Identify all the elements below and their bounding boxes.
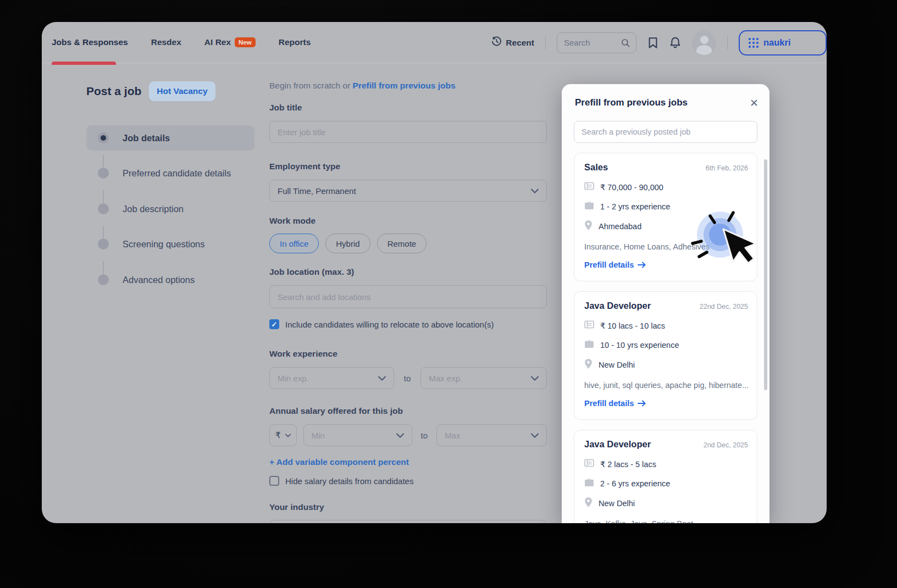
- hot-vacancy-badge: Hot Vacancy: [149, 81, 215, 101]
- apps-grid-icon: [749, 38, 758, 48]
- search-input[interactable]: [564, 38, 617, 47]
- step-job-description[interactable]: Job description: [86, 196, 254, 221]
- arrow-right-icon: [638, 400, 646, 407]
- briefcase-icon: [584, 478, 594, 489]
- work-mode-hybrid[interactable]: Hybrid: [325, 234, 370, 253]
- prefill-details-link[interactable]: Prefill details: [584, 260, 646, 269]
- max-experience-select[interactable]: Max exp.: [420, 367, 547, 389]
- briefcase-icon: [584, 340, 594, 351]
- nav-resdex[interactable]: Resdex: [151, 37, 181, 47]
- location-pin-icon: [584, 359, 593, 371]
- notification-bell-icon[interactable]: [669, 36, 681, 49]
- prefill-from-previous-jobs-link[interactable]: Prefill from previous jobs: [353, 81, 456, 90]
- checkbox-unchecked-icon[interactable]: [269, 476, 279, 486]
- app-window: Jobs & Responses Resdex AI Rex New Repor…: [42, 22, 827, 523]
- work-mode-in-office[interactable]: In office: [269, 234, 319, 253]
- arrow-right-icon: [638, 262, 646, 268]
- job-skills: Insurance, Home Loans, Adhesives: [584, 242, 748, 251]
- nav-ai-rex[interactable]: AI Rex New: [204, 37, 256, 47]
- job-title-input[interactable]: [278, 127, 539, 137]
- step-radio-icon: [98, 274, 109, 285]
- job-location-input[interactable]: [278, 292, 539, 302]
- nav-jobs-responses[interactable]: Jobs & Responses: [52, 37, 128, 47]
- step-radio-icon: [98, 168, 109, 179]
- prefill-panel-title: Prefill from previous jobs: [575, 97, 688, 108]
- brand-label: naukri: [763, 37, 791, 48]
- panel-scrollbar[interactable]: [764, 159, 767, 390]
- avatar[interactable]: [692, 31, 716, 55]
- hide-salary-checkbox-row[interactable]: Hide salary details from candidates: [269, 476, 413, 486]
- search-icon[interactable]: [621, 38, 630, 48]
- new-badge: New: [235, 37, 256, 47]
- divider: [727, 36, 728, 49]
- currency-select[interactable]: ₹: [269, 424, 297, 446]
- work-experience-label: Work experience: [269, 349, 337, 359]
- post-job-sidebar: Post a job Hot Vacancy Job details Prefe…: [86, 81, 268, 307]
- to-separator: to: [421, 431, 428, 440]
- annual-salary-label: Annual salary offered for this job: [269, 406, 403, 416]
- avatar-head: [700, 36, 708, 44]
- chevron-down-icon: [531, 433, 539, 438]
- job-location-field: [269, 285, 547, 308]
- step-radio-icon: [98, 238, 109, 249]
- work-mode-label: Work mode: [269, 216, 315, 226]
- location-pin-icon: [584, 220, 593, 232]
- step-screening-questions[interactable]: Screening questions: [86, 231, 254, 257]
- prefill-search-field: [574, 121, 757, 143]
- begin-from-scratch-text: Begin from scratch or Prefill from previ…: [269, 81, 456, 91]
- job-card-java-developer-1[interactable]: Java Developer 22nd Dec, 2025 ₹ 10 lacs …: [574, 291, 757, 420]
- salary-icon: [584, 320, 594, 331]
- employment-type-select[interactable]: Full Time, Permanent: [269, 180, 547, 202]
- step-preferred-candidate[interactable]: Preferred candidate details: [86, 160, 254, 186]
- work-mode-remote[interactable]: Remote: [377, 234, 427, 253]
- location-pin-icon: [584, 497, 593, 509]
- page-title: Post a job: [86, 85, 141, 98]
- chevron-down-icon: [531, 376, 539, 381]
- prefill-details-link[interactable]: Prefill details: [584, 399, 646, 408]
- page-background: Jobs & Responses Resdex AI Rex New Repor…: [0, 0, 897, 588]
- annual-salary-row: ₹ Min to Max: [269, 424, 547, 446]
- to-separator: to: [404, 374, 411, 383]
- bookmark-icon[interactable]: [647, 37, 658, 49]
- chevron-down-icon: [378, 376, 386, 381]
- naukri-apps-button[interactable]: naukri: [739, 30, 827, 56]
- step-advanced-options[interactable]: Advanced options: [86, 267, 254, 292]
- relocate-checkbox-row[interactable]: ✓ Include candidates willing to relocate…: [269, 319, 494, 329]
- your-industry-label: Your industry: [269, 502, 324, 512]
- step-radio-icon: [98, 203, 109, 214]
- job-details-form: Begin from scratch or Prefill from previ…: [269, 22, 547, 523]
- job-card-sales[interactable]: Sales 6th Feb, 2026 ₹ 70,000 - 90,000 1 …: [574, 153, 757, 281]
- job-title-label: Job title: [269, 103, 302, 113]
- briefcase-icon: [584, 201, 594, 212]
- industry-field[interactable]: [269, 520, 547, 523]
- chevron-down-icon: [396, 433, 404, 438]
- checkbox-checked-icon[interactable]: ✓: [269, 319, 279, 329]
- work-experience-row: Min exp. to Max exp.: [269, 367, 547, 389]
- salary-icon: [584, 459, 594, 469]
- chevron-down-icon: [285, 434, 291, 437]
- global-search: [557, 32, 636, 53]
- job-skills: Java, Kafka, Java, Spring Boot: [584, 519, 748, 523]
- job-location-label: Job location (max. 3): [269, 267, 354, 277]
- active-tab-underline: [52, 62, 116, 65]
- min-experience-select[interactable]: Min exp.: [269, 367, 394, 389]
- step-radio-icon: [98, 132, 109, 143]
- work-mode-chips: In office Hybrid Remote: [269, 234, 427, 253]
- prefill-search-input[interactable]: [582, 127, 750, 136]
- chevron-down-icon: [531, 188, 539, 193]
- salary-icon: [584, 182, 594, 192]
- min-salary-select[interactable]: Min: [303, 424, 412, 446]
- job-card-java-developer-2[interactable]: Java Developer 2nd Dec, 2025 ₹ 2 lacs - …: [574, 430, 757, 523]
- close-icon[interactable]: ✕: [750, 98, 758, 108]
- prefill-panel: Prefill from previous jobs ✕ Sales 6th F…: [562, 84, 769, 523]
- max-salary-select[interactable]: Max: [436, 424, 547, 446]
- nav-ai-rex-label: AI Rex: [204, 37, 231, 47]
- employment-type-label: Employment type: [269, 162, 340, 171]
- job-skills: hive, junit, sql queries, apache pig, hi…: [584, 381, 748, 390]
- job-title-field: [269, 121, 547, 143]
- step-job-details[interactable]: Job details: [86, 125, 254, 151]
- step-list: Job details Preferred candidate details …: [86, 125, 268, 307]
- add-variable-component-link[interactable]: + Add variable component percent: [269, 457, 409, 467]
- avatar-body: [696, 45, 712, 55]
